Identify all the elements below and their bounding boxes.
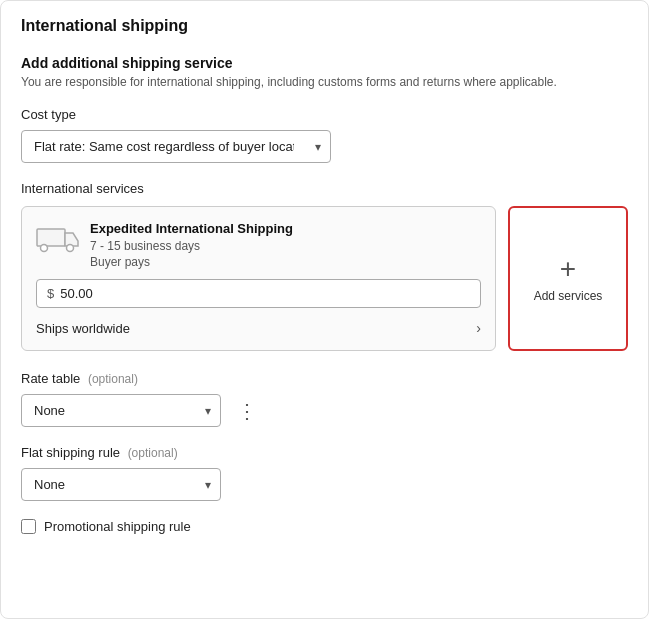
add-service-section: Add additional shipping service You are … [21, 55, 628, 89]
page-title: International shipping [21, 17, 628, 35]
rate-table-field: Rate table (optional) None ▾ ⋮ [21, 371, 628, 427]
expedited-shipping-card: Expedited International Shipping 7 - 15 … [21, 206, 496, 351]
three-dots-icon: ⋮ [237, 399, 258, 423]
add-services-plus-icon: + [560, 255, 576, 283]
cost-type-select-wrapper: Flat rate: Same cost regardless of buyer… [21, 130, 331, 163]
service-days: 7 - 15 business days [90, 239, 293, 253]
svg-rect-0 [37, 229, 65, 246]
cost-type-select[interactable]: Flat rate: Same cost regardless of buyer… [21, 130, 331, 163]
svg-point-1 [41, 245, 48, 252]
ships-worldwide-text: Ships worldwide [36, 321, 130, 336]
cost-type-label: Cost type [21, 107, 628, 122]
promotional-shipping-rule-row: Promotional shipping rule [21, 519, 628, 534]
rate-table-more-button[interactable]: ⋮ [231, 395, 263, 427]
promotional-shipping-rule-checkbox[interactable] [21, 519, 36, 534]
service-name: Expedited International Shipping [90, 221, 293, 236]
add-services-label: Add services [534, 289, 603, 303]
services-row: Expedited International Shipping 7 - 15 … [21, 206, 628, 351]
international-services-field: International services Expedited Interna… [21, 181, 628, 351]
service-payer: Buyer pays [90, 255, 293, 269]
cost-type-field: Cost type Flat rate: Same cost regardles… [21, 107, 628, 163]
cost-input[interactable] [60, 286, 470, 301]
flat-shipping-rule-select-wrapper: None ▾ [21, 468, 221, 501]
flat-shipping-rule-label: Flat shipping rule (optional) [21, 445, 628, 460]
currency-symbol: $ [47, 286, 54, 301]
international-shipping-panel: International shipping Add additional sh… [0, 0, 649, 619]
add-services-card[interactable]: + Add services [508, 206, 628, 351]
truck-icon [36, 223, 80, 253]
svg-point-2 [67, 245, 74, 252]
rate-table-select-wrapper: None ▾ [21, 394, 221, 427]
rate-table-select[interactable]: None [21, 394, 221, 427]
ships-worldwide-row[interactable]: Ships worldwide › [36, 320, 481, 336]
service-info: Expedited International Shipping 7 - 15 … [90, 221, 293, 269]
flat-shipping-rule-select[interactable]: None [21, 468, 221, 501]
rate-table-label: Rate table (optional) [21, 371, 628, 386]
ships-worldwide-chevron-icon: › [476, 320, 481, 336]
add-service-title: Add additional shipping service [21, 55, 628, 71]
service-header: Expedited International Shipping 7 - 15 … [36, 221, 481, 269]
rate-table-select-row: None ▾ ⋮ [21, 394, 628, 427]
flat-shipping-rule-field: Flat shipping rule (optional) None ▾ [21, 445, 628, 501]
promotional-shipping-rule-label[interactable]: Promotional shipping rule [44, 519, 191, 534]
cost-input-wrapper: $ [36, 279, 481, 308]
international-services-label: International services [21, 181, 628, 196]
add-service-subtitle: You are responsible for international sh… [21, 75, 628, 89]
